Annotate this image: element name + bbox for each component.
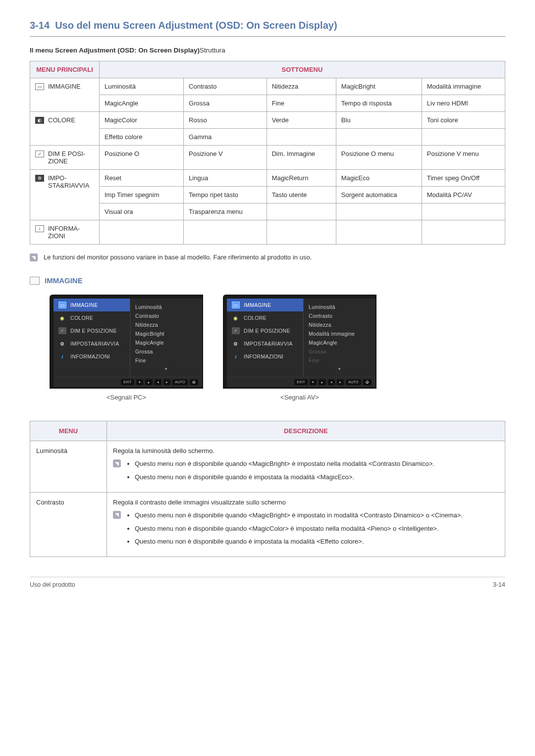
subtitle-bold: Il menu Screen Adjustment (OSD: On Scree… bbox=[30, 47, 200, 54]
osd-nav-col: ◉COLORE bbox=[227, 311, 303, 324]
cell: Sorgent automatica bbox=[336, 187, 422, 203]
osd-footer-btn: ⏻ bbox=[190, 379, 198, 385]
cell bbox=[422, 220, 505, 245]
cell: Lingua bbox=[184, 170, 267, 187]
info-icon: i bbox=[58, 353, 66, 360]
osd-option: MagicBright bbox=[135, 329, 197, 338]
cell: Toni colore bbox=[422, 112, 505, 129]
cell: MagicReturn bbox=[267, 170, 336, 187]
cell: Posizione V bbox=[184, 146, 267, 170]
osd-nav-img: ▭IMMAGINE bbox=[54, 299, 130, 311]
osd-option: Modalità immagine bbox=[309, 329, 371, 338]
col-icon: ◉ bbox=[232, 314, 240, 321]
th-desc: DESCRIZIONE bbox=[107, 421, 505, 441]
desc-intro: Regola il contrasto delle immagini visua… bbox=[113, 499, 499, 506]
title-text: Uso del menu Screen Adjustment (OSD: On … bbox=[55, 20, 337, 31]
resize-icon: ⤢ bbox=[35, 151, 44, 157]
osd-option: Grossa bbox=[135, 347, 197, 356]
gear-icon: ⚙ bbox=[58, 340, 66, 347]
desc-menu-name: Contrasto bbox=[30, 492, 107, 557]
osd-option: Grossa bbox=[309, 347, 371, 356]
desc-bullet: Questo menu non è disponibile quando <Ma… bbox=[135, 524, 499, 534]
desc-bullet: Questo menu non è disponibile quando è i… bbox=[135, 537, 499, 547]
osd-option: MagicAngle bbox=[309, 338, 371, 347]
scroll-down-icon: ▾ bbox=[309, 365, 371, 373]
cell: Rosso bbox=[184, 112, 267, 129]
cell: Timer speg On/Off bbox=[422, 170, 505, 187]
th-menu: MENU bbox=[30, 421, 107, 441]
osd-footer-btn: ▴ bbox=[319, 379, 325, 385]
cell: Posizione O menu bbox=[336, 146, 422, 170]
col-icon: ◉ bbox=[58, 314, 66, 321]
cell: Grossa bbox=[184, 95, 267, 112]
cell: Luminosità bbox=[100, 78, 184, 95]
osd-nav-label: IMPOSTA&RIAVVIA bbox=[244, 341, 293, 347]
osd-option: Nitidezza bbox=[309, 320, 371, 329]
section-number: 3-14 bbox=[30, 20, 50, 31]
dim-icon: ⤢ bbox=[232, 327, 240, 334]
info-icon: i bbox=[232, 353, 240, 360]
subtitle-plain: Struttura bbox=[200, 47, 225, 54]
cell: Modalità PC/AV bbox=[422, 187, 505, 203]
osd-nav-label: IMMAGINE bbox=[70, 302, 98, 308]
picture-icon bbox=[30, 277, 40, 285]
osd-footer-btn: ▸ bbox=[337, 379, 344, 385]
osd-option: Luminosità bbox=[135, 302, 197, 311]
palette-icon: ◐ bbox=[35, 117, 44, 124]
desc-content: Regola la luminosità dello schermo.◥Ques… bbox=[107, 441, 505, 493]
cell: MagicEco bbox=[336, 170, 422, 187]
th-sub: SOTTOMENU bbox=[100, 61, 505, 78]
osd-nav-label: DIM E POSIZIONE bbox=[244, 328, 290, 334]
cell bbox=[100, 220, 184, 245]
osd-nav-dim: ⤢DIM E POSIZIONE bbox=[227, 324, 303, 337]
osd-screenshots-row: ▭IMMAGINE◉COLORE⤢DIM E POSIZIONE⚙IMPOSTA… bbox=[30, 295, 505, 401]
note-icon: ◥ bbox=[113, 459, 121, 467]
cell: Posizione V menu bbox=[422, 146, 505, 170]
osd-nav-label: COLORE bbox=[244, 315, 267, 321]
cell bbox=[267, 220, 336, 245]
osd-footer-btn: AUTO bbox=[172, 379, 188, 385]
th-main: MENU PRINCIPALI bbox=[30, 61, 100, 78]
osd-footer-btn: ▾ bbox=[310, 379, 317, 385]
main-dim-posizione: ⤢DIM E POSI- ZIONE bbox=[30, 146, 100, 170]
cell bbox=[267, 203, 336, 220]
osd-nav-label: COLORE bbox=[70, 315, 93, 321]
cell bbox=[267, 129, 336, 146]
osd-footer-btn: AUTO bbox=[346, 379, 361, 385]
cell bbox=[336, 203, 422, 220]
osd-footer-btn: EXIT bbox=[294, 379, 308, 385]
osd-nav-label: IMMAGINE bbox=[244, 302, 271, 308]
osd-footer-btn: ◂ bbox=[155, 379, 161, 385]
osd-option: Fine bbox=[309, 356, 371, 365]
osd-footer-btn: ▸ bbox=[163, 379, 170, 385]
cell: Visual ora bbox=[100, 203, 184, 220]
cell bbox=[336, 220, 422, 245]
cell: Contrasto bbox=[184, 78, 267, 95]
cell: Posizione O bbox=[100, 146, 184, 170]
cell: Tempo ripet tasto bbox=[184, 187, 267, 203]
cell: Verde bbox=[267, 112, 336, 129]
desc-menu-name: Luminosità bbox=[30, 441, 107, 493]
cell: Fine bbox=[267, 95, 336, 112]
osd-option: Contrasto bbox=[135, 311, 197, 320]
picture-icon: ▭ bbox=[35, 83, 44, 90]
cell bbox=[336, 129, 422, 146]
cell bbox=[184, 220, 267, 245]
gear-icon: ⚙ bbox=[232, 340, 240, 347]
img-icon: ▭ bbox=[232, 302, 240, 308]
osd-nav-img: ▭IMMAGINE bbox=[227, 299, 303, 311]
osd-footer-btn: ⏻ bbox=[363, 379, 372, 385]
title-rule bbox=[30, 36, 505, 37]
osd-nav-label: IMPOSTA&RIAVVIA bbox=[70, 341, 119, 347]
desc-content: Regola il contrasto delle immagini visua… bbox=[107, 492, 505, 557]
desc-bullet: Questo menu non è disponibile quando è i… bbox=[135, 473, 499, 482]
osd-option: Fine bbox=[135, 356, 197, 365]
footer-right: 3-14 bbox=[493, 581, 505, 588]
desc-intro: Regola la luminosità dello schermo. bbox=[113, 447, 499, 454]
osd-footer-btn: ▴ bbox=[145, 379, 152, 385]
main-colore: ◐COLORE bbox=[30, 112, 100, 146]
info-icon: i bbox=[35, 225, 44, 232]
osd-nav-gear: ⚙IMPOSTA&RIAVVIA bbox=[227, 337, 303, 350]
cell: Liv nero HDMI bbox=[422, 95, 505, 112]
osd-option: Contrasto bbox=[309, 311, 371, 320]
